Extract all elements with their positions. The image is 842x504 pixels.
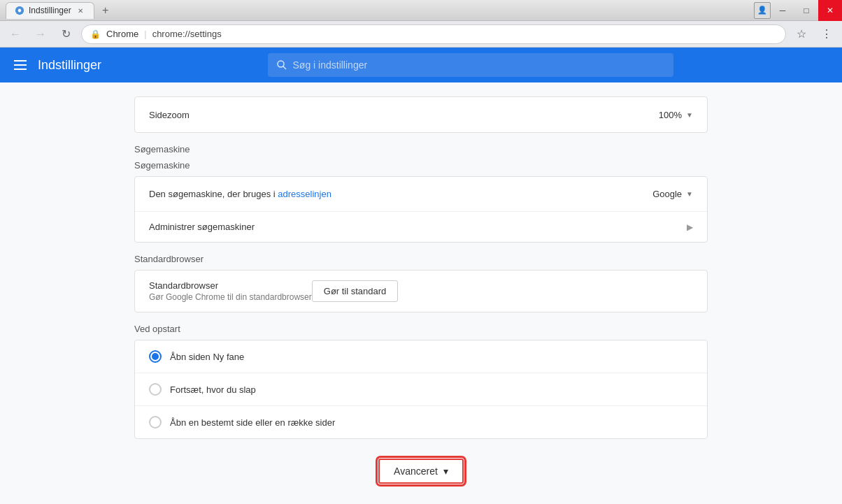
- default-browser-title: Standardbrowser: [149, 280, 312, 291]
- startup-section-heading: Ved opstart: [134, 324, 708, 334]
- window-controls: ─ □ ✕: [771, 0, 842, 21]
- title-bar: Indstillinger ✕ + 👤 ─ □ ✕: [0, 0, 842, 21]
- back-button[interactable]: ←: [6, 24, 25, 44]
- address-bar-link[interactable]: adresselinjen: [278, 189, 331, 199]
- svg-point-2: [278, 61, 284, 67]
- advanced-button[interactable]: Avanceret ▾: [378, 459, 464, 484]
- svg-line-3: [283, 66, 286, 69]
- startup-card: Åbn siden Ny fane Fortsæt, hvor du slap …: [134, 340, 708, 439]
- radio-inner-1: [152, 353, 159, 360]
- active-tab[interactable]: Indstillinger ✕: [6, 2, 94, 19]
- content-area: Sidezoom 100% ▼ Søgemaskine Søgemaskine …: [106, 82, 736, 504]
- new-tab-button[interactable]: +: [97, 2, 114, 19]
- url-text: chrome://settings: [152, 29, 222, 39]
- radio-option-2-circle[interactable]: [149, 383, 162, 396]
- sidezoom-value: 100%: [659, 110, 682, 120]
- advanced-button-label: Avanceret: [394, 466, 438, 477]
- forward-button[interactable]: →: [31, 24, 50, 44]
- startup-option-3[interactable]: Åbn en bestemt side eller en række sider: [135, 406, 707, 438]
- hamburger-menu[interactable]: [14, 60, 27, 70]
- sidezoom-arrow: ▼: [686, 111, 693, 119]
- search-icon: [276, 59, 287, 71]
- tab-title: Indstillinger: [29, 6, 71, 15]
- default-browser-subtitle: Gør Google Chrome til din standardbrowse…: [149, 292, 312, 302]
- sidezoom-row: Sidezoom 100% ▼: [135, 97, 707, 132]
- reload-button[interactable]: ↻: [56, 24, 76, 44]
- startup-option-1-label: Åbn siden Ny fane: [170, 352, 244, 362]
- settings-tab-icon: [15, 6, 24, 15]
- bookmark-button[interactable]: ☆: [792, 24, 811, 44]
- advanced-section: Avanceret ▾: [134, 445, 708, 504]
- sidezoom-card: Sidezoom 100% ▼: [134, 96, 708, 133]
- search-engine-card: Den søgemaskine, der bruges i adresselin…: [134, 176, 708, 243]
- settings-header: Indstillinger: [0, 48, 842, 82]
- search-engine-label: Den søgemaskine, der bruges i adresselin…: [149, 189, 652, 199]
- search-input[interactable]: [293, 59, 665, 71]
- default-browser-info: Standardbrowser Gør Google Chrome til di…: [149, 280, 312, 302]
- startup-option-3-label: Åbn en bestemt side eller en række sider: [170, 417, 335, 428]
- search-engine-value: Google: [652, 189, 682, 199]
- svg-point-1: [18, 9, 21, 12]
- main-content: Sidezoom 100% ▼ Søgemaskine Søgemaskine …: [0, 82, 842, 504]
- default-browser-card: Standardbrowser Gør Google Chrome til di…: [134, 270, 708, 312]
- menu-button[interactable]: ⋮: [817, 24, 836, 44]
- default-browser-section-heading: Standardbrowser: [134, 254, 708, 264]
- search-engine-section-label: Søgemaskine: [134, 144, 708, 154]
- radio-option-3-circle[interactable]: [149, 416, 162, 429]
- startup-option-2-label: Fortsæt, hvor du slap: [170, 384, 256, 395]
- advanced-button-arrow: ▾: [443, 466, 448, 477]
- minimize-button[interactable]: ─: [771, 0, 794, 21]
- settings-page-title: Indstillinger: [38, 58, 101, 73]
- search-engine-label-text: Den søgemaskine, der bruges i: [149, 189, 278, 199]
- startup-option-2[interactable]: Fortsæt, hvor du slap: [135, 373, 707, 406]
- default-browser-row: Standardbrowser Gør Google Chrome til di…: [135, 271, 707, 312]
- url-bar[interactable]: 🔒 Chrome | chrome://settings: [81, 24, 786, 44]
- close-button[interactable]: ✕: [818, 0, 842, 21]
- url-separator: |: [144, 29, 146, 39]
- search-engine-arrow: ▼: [686, 190, 693, 198]
- manage-search-engines-row[interactable]: Administrer søgemaskiner ▶: [135, 212, 707, 242]
- search-engine-heading: Søgemaskine: [134, 160, 708, 171]
- address-bar: ← → ↻ 🔒 Chrome | chrome://settings ☆ ⋮: [0, 21, 842, 48]
- lock-icon: 🔒: [90, 29, 101, 39]
- profile-button[interactable]: 👤: [754, 2, 771, 19]
- restore-button[interactable]: □: [794, 0, 818, 21]
- search-engine-default-row: Den søgemaskine, der bruges i adresselin…: [135, 177, 707, 212]
- tab-strip: Indstillinger ✕ +: [6, 2, 114, 19]
- browser-name-label: Chrome: [106, 29, 138, 39]
- radio-option-1-circle[interactable]: [149, 350, 162, 363]
- search-engine-dropdown[interactable]: Google ▼: [652, 189, 693, 199]
- manage-search-engines-label: Administrer søgemaskiner: [149, 222, 255, 232]
- sidezoom-label: Sidezoom: [149, 110, 659, 120]
- make-default-button[interactable]: Gør til standard: [312, 280, 399, 302]
- settings-scroll-area[interactable]: Sidezoom 100% ▼ Søgemaskine Søgemaskine …: [0, 82, 842, 504]
- manage-search-engines-arrow: ▶: [687, 222, 693, 232]
- settings-search-bar[interactable]: [268, 53, 673, 77]
- startup-option-1[interactable]: Åbn siden Ny fane: [135, 340, 707, 373]
- sidezoom-dropdown[interactable]: 100% ▼: [659, 110, 693, 120]
- tab-close-button[interactable]: ✕: [76, 6, 85, 15]
